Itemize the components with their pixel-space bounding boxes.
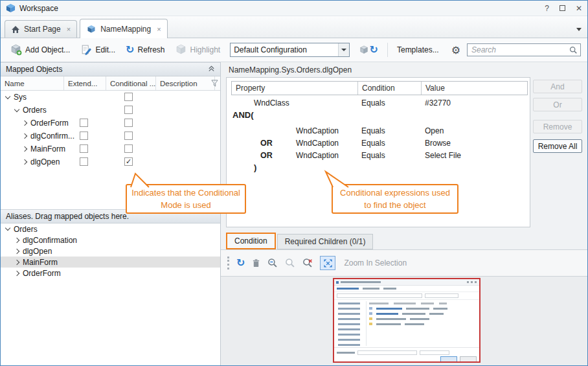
callout-tail	[322, 170, 350, 188]
preview-dialog-addressbar	[334, 292, 479, 300]
aliases-tree: Orders dlgConfirmation dlgOpen MainForm …	[1, 223, 220, 279]
or-button[interactable]: Or	[533, 98, 582, 111]
namemapping-icon	[86, 24, 96, 34]
property-cell: WndCaption	[296, 139, 339, 148]
tree-row-sys[interactable]: Sys	[1, 91, 220, 104]
tree-row-orderform[interactable]: OrderForm	[1, 117, 220, 130]
alias-row-orderform[interactable]: OrderForm	[1, 268, 220, 279]
condition-row[interactable]: WndCaption Equals Open	[231, 124, 528, 137]
extended-checkbox[interactable]	[80, 132, 88, 140]
column-value[interactable]: Value	[422, 82, 527, 95]
tab-condition[interactable]: Condition	[226, 233, 276, 249]
extended-checkbox[interactable]	[80, 119, 88, 127]
tab-close-icon[interactable]: ×	[157, 25, 161, 33]
zoom-in-selection-label: Zoom In Selection	[344, 258, 407, 268]
configuration-dropdown[interactable]: Default Configuration	[230, 43, 349, 57]
refresh-button[interactable]: ↻ Refresh	[121, 43, 169, 57]
conditional-checkbox[interactable]	[124, 93, 133, 101]
column-condition[interactable]: Condition	[358, 82, 422, 95]
conditional-checkbox[interactable]	[124, 119, 133, 127]
expander-icon[interactable]	[12, 109, 21, 111]
and-button[interactable]: And	[533, 80, 582, 93]
delete-image-icon[interactable]	[252, 258, 260, 268]
preview-dialog-toolbar	[334, 286, 479, 292]
alias-row-dlgconfirmation[interactable]: dlgConfirmation	[1, 234, 220, 246]
tree-label: dlgOpen	[30, 157, 60, 166]
highlight-button[interactable]: Highlight	[171, 42, 225, 58]
remove-button[interactable]: Remove	[533, 120, 582, 133]
extended-checkbox[interactable]	[80, 144, 88, 153]
tree-row-dlgconfirmation[interactable]: dlgConfirm...	[1, 130, 220, 143]
condition-row-and-close[interactable]: )	[231, 161, 528, 174]
mapped-objects-tree: Sys Orders OrderForm dlgConfirm...	[1, 91, 220, 168]
expander-icon[interactable]	[20, 147, 29, 151]
conditional-checkbox[interactable]	[124, 144, 133, 153]
help-button[interactable]: ?	[545, 4, 549, 13]
tab-overflow-chevron-icon[interactable]	[576, 28, 582, 31]
add-object-button[interactable]: Add Object...	[6, 42, 74, 58]
templates-button[interactable]: Templates...	[392, 43, 444, 56]
callout-tail	[129, 172, 152, 188]
zoom-out-icon[interactable]	[267, 258, 278, 268]
tree-row-dlgopen[interactable]: dlgOpen ✓	[1, 155, 220, 168]
condition-row[interactable]: ORWndCaption Equals Select File	[231, 149, 528, 161]
expander-icon[interactable]	[12, 238, 21, 242]
property-cell: WndCaption	[296, 126, 339, 135]
refresh-image-icon[interactable]: ↻	[236, 258, 245, 268]
sync-configuration-button[interactable]: ↻	[355, 43, 383, 57]
tab-required-children[interactable]: Required Children (0/1)	[277, 234, 374, 249]
condition-cell: Equals	[357, 151, 421, 160]
maximize-button[interactable]	[560, 5, 565, 11]
mapped-objects-column-headers: Name Extend... Conditional ... Descripti…	[1, 76, 220, 91]
drag-handle[interactable]	[227, 257, 229, 269]
gear-icon[interactable]: ⚙	[451, 44, 460, 56]
preview-dialog-titlebar	[334, 279, 479, 286]
column-description[interactable]: Description	[156, 76, 215, 90]
alias-row-mainform[interactable]: MainForm	[1, 257, 220, 268]
column-name[interactable]: Name	[1, 76, 64, 90]
close-button[interactable]: ✕	[576, 4, 582, 13]
condition-row-and-open[interactable]: AND(	[231, 109, 528, 121]
column-extended[interactable]: Extend...	[64, 76, 106, 90]
alias-row-dlgopen[interactable]: dlgOpen	[1, 246, 220, 257]
operator: OR	[260, 151, 280, 160]
sync-arrows-icon: ↻	[370, 45, 378, 55]
dropdown-arrow-button[interactable]	[338, 43, 349, 56]
collapse-panel-button[interactable]	[208, 65, 215, 74]
expander-icon[interactable]	[3, 97, 12, 98]
tree-row-orders[interactable]: Orders	[1, 104, 220, 117]
expander-icon[interactable]	[12, 249, 21, 253]
column-conditional[interactable]: Conditional ...	[106, 76, 156, 90]
extended-checkbox[interactable]	[80, 157, 88, 166]
condition-table-body: WndClass Equals #32770 AND( WndCaption E…	[231, 97, 528, 174]
conditional-checkbox[interactable]	[124, 106, 133, 114]
zoom-icon[interactable]	[285, 258, 295, 268]
expander-icon[interactable]	[3, 228, 12, 230]
property-cell: WndCaption	[296, 151, 339, 160]
tab-close-icon[interactable]: ×	[67, 25, 71, 33]
expander-icon[interactable]	[20, 134, 29, 138]
add-object-label: Add Object...	[25, 45, 70, 54]
tab-start-page[interactable]: Start Page ×	[5, 20, 77, 38]
search-input[interactable]	[470, 45, 569, 55]
alias-row-orders[interactable]: Orders	[1, 223, 220, 234]
expander-icon[interactable]	[20, 121, 29, 125]
expander-icon[interactable]	[12, 260, 21, 264]
expander-icon[interactable]	[12, 271, 21, 275]
image-toolbar: ↻ Zoom In Selection	[221, 250, 587, 277]
conditional-checkbox[interactable]	[124, 132, 133, 140]
expander-icon[interactable]	[20, 160, 29, 164]
zoom-in-selection-button[interactable]	[320, 256, 335, 270]
conditional-checkbox-checked[interactable]: ✓	[124, 157, 133, 166]
condition-row[interactable]: WndClass Equals #32770	[231, 97, 528, 109]
double-chevron-up-icon	[208, 65, 215, 72]
tree-row-mainform[interactable]: MainForm	[1, 143, 220, 155]
remove-all-button[interactable]: Remove All	[533, 139, 582, 153]
tree-label: Orders	[14, 225, 38, 234]
edit-button[interactable]: Edit...	[76, 42, 120, 58]
zoom-reset-icon[interactable]	[302, 258, 313, 268]
column-property[interactable]: Property	[232, 82, 358, 95]
tab-namemapping[interactable]: NameMapping ×	[80, 19, 167, 38]
filter-icon[interactable]	[211, 80, 218, 88]
condition-row[interactable]: ORWndCaption Equals Browse	[231, 137, 528, 149]
